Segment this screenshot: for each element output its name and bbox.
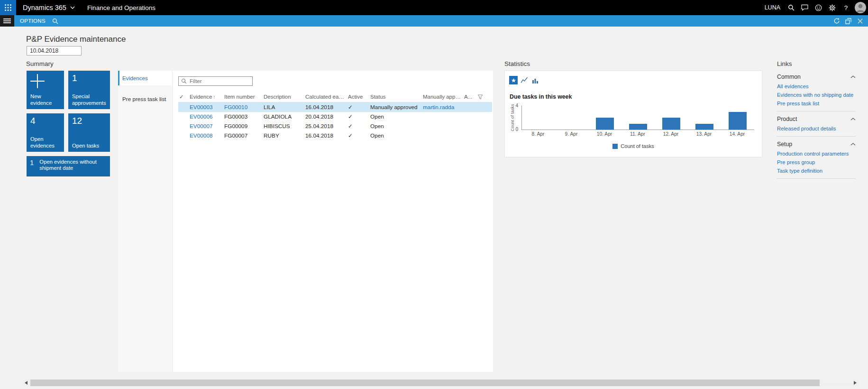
links-group-setup[interactable]: Setup <box>777 139 856 149</box>
table-row[interactable]: EV00003 FG00010 LILA 16.04.2018 ✓ Manual… <box>178 102 492 112</box>
user-avatar[interactable] <box>853 0 868 15</box>
column-header-item-number[interactable]: Item number <box>224 94 264 100</box>
scroll-right-button[interactable] <box>851 380 859 386</box>
x-axis-tick-label: 12. Apr <box>654 131 687 137</box>
app-name: Dynamics 365 <box>23 4 66 11</box>
help-icon[interactable]: ? <box>839 0 853 15</box>
x-axis-tick-label: 11. Apr <box>621 131 654 137</box>
scrollbar-thumb[interactable] <box>30 380 820 386</box>
calculated-date-cell: 25.04.2018 <box>305 123 348 130</box>
item-number-link[interactable]: FG00010 <box>224 104 264 111</box>
table-row[interactable]: EV00008 FG00007 RUBY 16.04.2018 ✓ Open <box>178 131 492 140</box>
evidence-id-link[interactable]: EV00008 <box>190 132 224 139</box>
company-picker[interactable]: LUNA <box>765 4 780 11</box>
chart-plot-area <box>521 106 754 130</box>
chart-legend: Count of tasks <box>505 143 762 149</box>
evidence-grid: ✓ Evidence↑ Item number Description Calc… <box>178 92 492 140</box>
app-launcher-waffle-icon[interactable] <box>0 0 16 15</box>
line-chart-icon <box>521 77 528 83</box>
tab-evidences[interactable]: Evidences <box>118 71 172 85</box>
chart-type-star-button[interactable] <box>509 76 518 84</box>
gear-icon <box>829 4 836 11</box>
filter-funnel-icon[interactable] <box>477 94 483 100</box>
smiley-feedback-icon[interactable] <box>812 0 825 15</box>
table-row[interactable]: EV00007 FG00009 HIBISCUS 25.04.2018 ✓ Op… <box>178 121 492 131</box>
column-header-active[interactable]: Active <box>348 94 370 100</box>
column-header-status[interactable]: Status <box>370 94 423 100</box>
select-all-checkmark-icon[interactable]: ✓ <box>178 93 190 100</box>
dynamics-365-app-menu[interactable]: Dynamics 365 <box>16 0 82 15</box>
status-cell: Open <box>370 123 423 130</box>
question-mark-icon: ? <box>844 4 848 11</box>
filter-input[interactable] <box>189 78 250 84</box>
evidences-panel: Evidences Pre press task list ✓ Evidence… <box>118 71 493 372</box>
product-name[interactable]: Finance and Operations <box>87 4 155 11</box>
scroll-left-button[interactable] <box>22 380 29 386</box>
chart-bar-slot <box>522 106 555 130</box>
search-icon[interactable] <box>784 0 798 15</box>
refresh-arrow-icon <box>833 18 840 24</box>
waffle-grid-icon <box>4 4 12 11</box>
tile-special-approvements[interactable]: 1 Special approvements <box>68 71 110 109</box>
triangle-right-icon <box>854 381 857 385</box>
tile-label: Special approvements <box>72 93 108 106</box>
column-header-description[interactable]: Description <box>264 94 305 100</box>
hamburger-icon-line <box>3 22 11 23</box>
description-cell: RUBY <box>264 132 305 139</box>
chart-bar-slot <box>688 106 721 130</box>
link-evidences-with-no-shipping-date[interactable]: Evidences with no shipping date <box>777 92 856 98</box>
tile-new-evidence[interactable]: New evidence <box>27 71 64 109</box>
link-pre-press-group[interactable]: Pre press group <box>777 159 856 165</box>
chart-bar <box>629 124 647 130</box>
column-header-manually-approved[interactable]: Manually appro... <box>423 94 464 100</box>
evidence-id-link[interactable]: EV00006 <box>190 113 224 120</box>
tile-open-evidences-without-shipment-date[interactable]: 1 Open evidences without shipment date <box>27 156 110 176</box>
date-input[interactable] <box>27 46 82 56</box>
column-header-a[interactable]: A... <box>464 94 476 100</box>
nav-pane-toggle[interactable] <box>0 15 14 27</box>
filter-search-icon <box>181 78 187 84</box>
feedback-message-icon[interactable] <box>798 0 812 15</box>
evidence-id-link[interactable]: EV00007 <box>190 123 224 130</box>
smiley-icon <box>815 4 822 11</box>
summary-tiles: New evidence 1 Special approvements 4 Op… <box>27 71 110 177</box>
options-menu[interactable]: OPTIONS <box>14 18 51 24</box>
link-released-product-details[interactable]: Released product details <box>777 126 856 131</box>
link-task-type-definition[interactable]: Task type definition <box>777 168 856 174</box>
scrollbar-track[interactable] <box>29 380 851 386</box>
column-header-calculated[interactable]: Calculated earlie... <box>305 94 348 100</box>
chart-type-column-button[interactable] <box>531 76 539 84</box>
link-pre-press-task-list[interactable]: Pre press task list <box>777 101 856 106</box>
command-bar: OPTIONS <box>0 15 868 27</box>
tile-open-tasks[interactable]: 12 Open tasks <box>68 113 110 152</box>
tile-open-evidences[interactable]: 4 Open evidences <box>27 113 64 152</box>
link-production-control-parameters[interactable]: Production control parameters <box>777 151 856 157</box>
chat-bubble-icon <box>801 4 808 11</box>
tile-count: 1 <box>68 71 110 83</box>
settings-gear-icon[interactable] <box>825 0 839 15</box>
active-checkmark-icon: ✓ <box>348 123 370 130</box>
evidence-id-link[interactable]: EV00003 <box>190 104 224 111</box>
chart-bar <box>729 112 747 130</box>
divider <box>777 111 856 111</box>
open-in-new-window-icon[interactable] <box>842 15 854 27</box>
link-all-evidences[interactable]: All evidences <box>777 83 856 89</box>
calculated-date-cell: 16.04.2018 <box>305 104 348 111</box>
command-search-icon[interactable] <box>52 18 58 24</box>
links-group-common[interactable]: Common <box>777 72 856 82</box>
divider <box>777 136 856 137</box>
hamburger-icon <box>3 19 11 19</box>
chart-bar <box>695 124 713 130</box>
links-group-product[interactable]: Product <box>777 114 856 124</box>
close-icon[interactable] <box>854 15 866 27</box>
links-group-title: Product <box>777 116 797 122</box>
refresh-icon[interactable] <box>831 15 842 27</box>
column-header-evidence[interactable]: Evidence↑ <box>190 94 224 100</box>
chart-type-line-button[interactable] <box>520 76 529 84</box>
table-row[interactable]: EV00006 FG00003 GLADIOLA 20.04.2018 ✓ Op… <box>178 112 492 121</box>
approver-link[interactable]: martin.radda <box>423 104 464 111</box>
plus-icon <box>27 71 64 89</box>
horizontal-scrollbar[interactable] <box>22 379 859 387</box>
chart-bar <box>596 118 614 130</box>
tab-pre-press-task-list[interactable]: Pre press task list <box>118 92 172 106</box>
